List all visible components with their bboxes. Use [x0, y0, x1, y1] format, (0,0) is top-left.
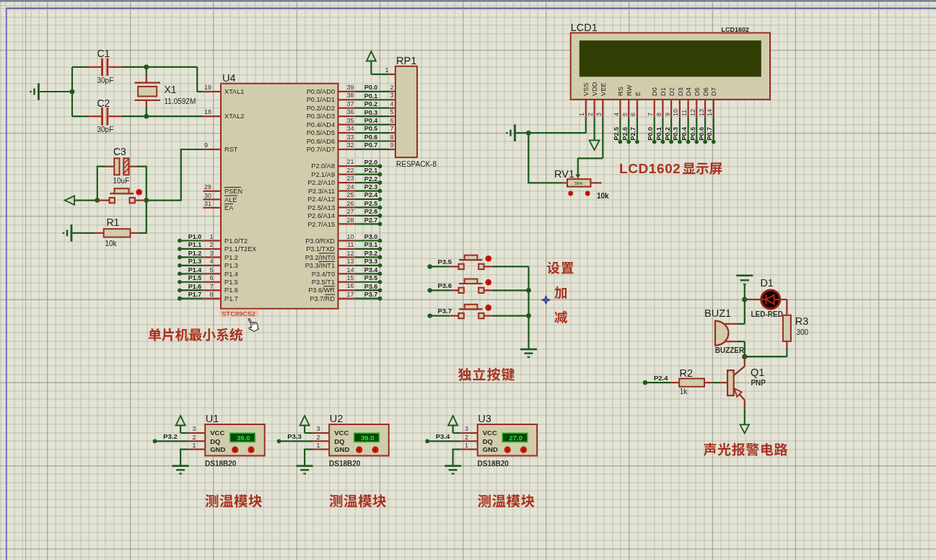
svg-text:P2.3: P2.3: [364, 183, 378, 191]
svg-text:30pF: 30pF: [97, 76, 114, 84]
svg-text:9: 9: [204, 141, 208, 149]
svg-text:C3: C3: [113, 146, 126, 157]
svg-text:GND: GND: [483, 445, 498, 453]
svg-text:37: 37: [346, 100, 354, 108]
svg-text:12: 12: [689, 109, 696, 116]
svg-text:7: 7: [210, 283, 214, 290]
svg-text:RESPACK-8: RESPACK-8: [396, 160, 437, 168]
svg-text:RS: RS: [617, 87, 624, 96]
svg-text:P3.5/T1: P3.5/T1: [312, 279, 335, 286]
svg-text:P0.7: P0.7: [364, 141, 378, 149]
svg-text:2: 2: [316, 434, 320, 441]
svg-text:P3.3: P3.3: [364, 258, 378, 265]
svg-text:LCD1602: LCD1602: [721, 26, 749, 33]
svg-text:P2.6: P2.6: [621, 127, 629, 141]
svg-text:X1: X1: [165, 84, 177, 95]
svg-text:16: 16: [346, 282, 354, 289]
svg-text:11.0592M: 11.0592M: [165, 97, 196, 105]
svg-text:2: 2: [192, 434, 196, 441]
svg-text:P1.1/T2EX: P1.1/T2EX: [224, 245, 256, 253]
svg-text:LCD1: LCD1: [571, 22, 598, 33]
svg-text:11: 11: [681, 110, 688, 116]
svg-text:P2.4/A12: P2.4/A12: [307, 196, 335, 203]
svg-text:12: 12: [346, 250, 354, 257]
svg-text:P1.5: P1.5: [224, 279, 238, 286]
svg-text:P3.4/T0: P3.4/T0: [312, 271, 335, 278]
svg-text:39: 39: [346, 84, 354, 91]
svg-text:P2.3/A11: P2.3/A11: [308, 188, 335, 195]
svg-text:DQ: DQ: [210, 437, 220, 445]
svg-text:P0.5: P0.5: [689, 127, 696, 141]
svg-text:P0.5/AD5: P0.5/AD5: [307, 129, 335, 136]
svg-text:P2.7: P2.7: [629, 127, 637, 141]
svg-text:18: 18: [204, 108, 211, 115]
svg-text:RP1: RP1: [396, 55, 416, 66]
svg-text:Q1: Q1: [751, 367, 764, 378]
svg-text:4: 4: [390, 100, 393, 108]
svg-text:P0.1: P0.1: [364, 92, 378, 100]
svg-text:R1: R1: [107, 216, 120, 228]
svg-text:VSS: VSS: [582, 83, 590, 96]
svg-text:P3.4: P3.4: [436, 432, 450, 440]
svg-text:26: 26: [346, 200, 354, 207]
svg-text:P2.2: P2.2: [364, 175, 378, 183]
svg-text:P1.3: P1.3: [224, 262, 238, 269]
svg-text:33: 33: [346, 134, 354, 141]
svg-text:10k: 10k: [597, 192, 609, 200]
svg-text:P3.0/RXD: P3.0/RXD: [305, 237, 335, 245]
svg-text:EA: EA: [224, 204, 234, 211]
svg-text:P3.0: P3.0: [364, 233, 378, 240]
svg-text:P2.5: P2.5: [364, 200, 378, 207]
svg-text:38: 38: [346, 92, 354, 99]
svg-text:30: 30: [204, 192, 211, 199]
svg-text:3: 3: [465, 425, 468, 432]
svg-text:P3.7: P3.7: [364, 291, 378, 298]
svg-text:5: 5: [621, 113, 629, 116]
svg-text:13: 13: [698, 109, 705, 116]
svg-text:P0.1/AD1: P0.1/AD1: [307, 96, 335, 103]
svg-text:U2: U2: [330, 413, 344, 424]
svg-text:P3.2: P3.2: [163, 432, 178, 440]
svg-text:4: 4: [210, 258, 214, 265]
svg-text:U3: U3: [478, 413, 491, 424]
svg-text:15: 15: [346, 274, 354, 281]
svg-text:3: 3: [210, 250, 214, 257]
svg-text:GND: GND: [210, 445, 225, 453]
svg-text:P2.1: P2.1: [364, 167, 378, 174]
svg-text:6: 6: [390, 117, 393, 124]
svg-text:P2.7: P2.7: [364, 216, 378, 224]
svg-text:P1.4: P1.4: [224, 271, 238, 278]
svg-text:8: 8: [390, 134, 393, 141]
svg-text:P0.1: P0.1: [655, 127, 662, 141]
svg-text:PSEN: PSEN: [224, 188, 242, 195]
svg-text:39.0: 39.0: [361, 434, 375, 442]
svg-text:P2.5: P2.5: [613, 127, 620, 141]
svg-text:17: 17: [346, 291, 354, 298]
svg-text:P0.7: P0.7: [706, 127, 713, 141]
svg-text:27.0: 27.0: [509, 434, 522, 442]
svg-text:29: 29: [204, 183, 211, 191]
svg-text:P2.0: P2.0: [364, 159, 378, 166]
svg-text:24: 24: [346, 183, 354, 191]
svg-text:D5: D5: [694, 87, 701, 96]
svg-text:P3.1: P3.1: [364, 241, 378, 248]
svg-text:P1.0: P1.0: [188, 233, 202, 240]
svg-text:P3.2/INT0: P3.2/INT0: [305, 254, 335, 261]
svg-text:9: 9: [664, 113, 671, 116]
svg-text:P2.1/A9: P2.1/A9: [311, 171, 335, 178]
svg-text:P1.7: P1.7: [188, 291, 202, 298]
svg-text:P0.0/AD0: P0.0/AD0: [307, 88, 335, 95]
svg-text:P1.6: P1.6: [188, 283, 202, 290]
svg-text:8: 8: [655, 113, 662, 116]
svg-text:D1: D1: [760, 277, 774, 289]
svg-text:RST: RST: [224, 146, 238, 153]
svg-text:D4: D4: [685, 87, 692, 96]
svg-text:P1.0/T2: P1.0/T2: [224, 237, 248, 245]
svg-text:7: 7: [647, 113, 654, 116]
svg-text:6: 6: [629, 113, 637, 116]
svg-text:10k: 10k: [105, 240, 118, 248]
svg-text:P0.0: P0.0: [364, 84, 378, 91]
svg-text:P3.6: P3.6: [364, 283, 378, 290]
svg-text:P3.6: P3.6: [438, 281, 452, 289]
svg-text:P0.3/AD3: P0.3/AD3: [307, 113, 335, 120]
